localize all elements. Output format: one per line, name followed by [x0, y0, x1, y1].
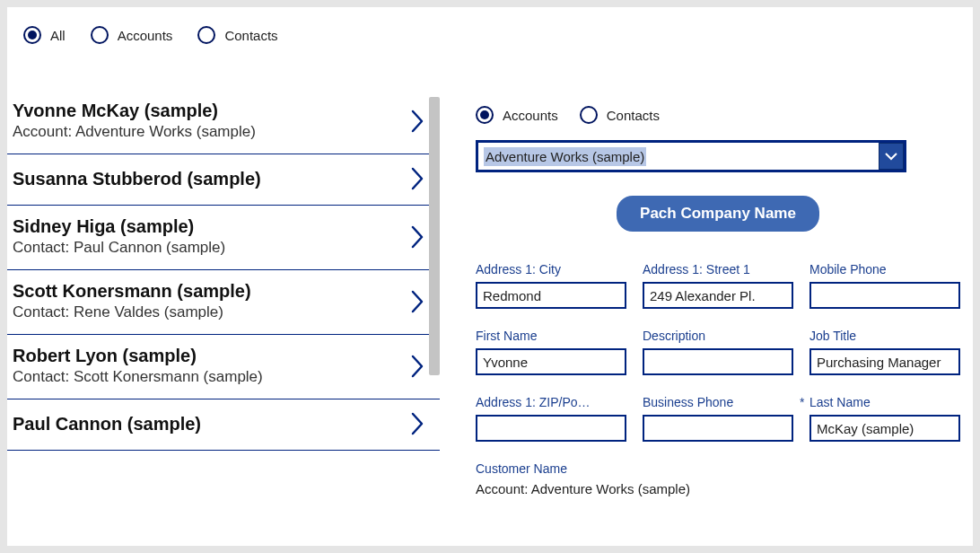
customer-name-block: Customer Name Account: Adventure Works (…	[476, 461, 960, 496]
list-item-title: Scott Konersmann (sample)	[13, 281, 251, 302]
radio-label: Accounts	[118, 28, 173, 43]
detail-filter-bar: AccountsContacts	[476, 106, 960, 124]
field-4: Description	[643, 329, 793, 375]
chevron-right-icon	[409, 108, 425, 135]
list-item-sub: Contact: Paul Cannon (sample)	[13, 239, 225, 257]
radio-label: Contacts	[607, 108, 660, 123]
radio-icon	[476, 106, 494, 124]
list-item[interactable]: Robert Lyon (sample)Contact: Scott Koner…	[7, 335, 440, 399]
field-input[interactable]	[809, 415, 960, 442]
field-6: Address 1: ZIP/Po…	[476, 395, 626, 442]
field-label: Business Phone	[643, 395, 793, 409]
list-item-title: Paul Cannon (sample)	[13, 414, 201, 434]
list-item-text: Robert Lyon (sample)Contact: Scott Koner…	[13, 346, 263, 386]
field-input[interactable]	[476, 348, 626, 375]
app-frame: AllAccountsContacts Yvonne McKay (sample…	[7, 7, 973, 546]
list-item-title: Sidney Higa (sample)	[13, 216, 225, 237]
list-item[interactable]: Sidney Higa (sample)Contact: Paul Cannon…	[7, 206, 440, 270]
account-combobox-value: Adventure Works (sample)	[478, 143, 879, 170]
list-item-text: Susanna Stubberod (sample)	[13, 169, 261, 189]
radio-label: Contacts	[224, 28, 277, 43]
customer-name-label: Customer Name	[476, 461, 960, 476]
patch-company-name-button[interactable]: Pach Company Name	[617, 196, 819, 232]
chevron-right-icon	[409, 165, 425, 192]
list-item-sub: Account: Adventure Works (sample)	[13, 123, 256, 141]
list-item-sub: Contact: Scott Konersmann (sample)	[13, 368, 263, 386]
field-7: Business Phone	[643, 395, 793, 442]
field-input[interactable]	[643, 348, 793, 375]
field-8: *Last Name	[809, 395, 960, 442]
radio-icon	[197, 26, 215, 44]
list-item-text: Yvonne McKay (sample)Account: Adventure …	[13, 101, 256, 141]
radio-icon	[91, 26, 109, 44]
radio-icon	[23, 26, 41, 44]
top-filter-accounts[interactable]: Accounts	[91, 26, 173, 44]
field-input[interactable]	[643, 415, 793, 442]
field-0: Address 1: City	[476, 262, 626, 309]
list-item[interactable]: Susanna Stubberod (sample)	[7, 154, 440, 206]
list-pane: Yvonne McKay (sample)Account: Adventure …	[7, 59, 440, 546]
field-label: Job Title	[809, 329, 960, 343]
top-filter-bar: AllAccountsContacts	[7, 7, 973, 59]
field-1: Address 1: Street 1	[643, 262, 793, 309]
chevron-down-icon[interactable]	[879, 143, 904, 170]
field-input[interactable]	[809, 282, 960, 309]
detail-filter-accounts[interactable]: Accounts	[476, 106, 558, 124]
field-input[interactable]	[476, 282, 626, 309]
chevron-right-icon	[409, 288, 425, 315]
list-item[interactable]: Yvonne McKay (sample)Account: Adventure …	[7, 95, 440, 154]
field-input[interactable]	[809, 348, 960, 375]
field-3: First Name	[476, 329, 626, 375]
field-label: Mobile Phone	[809, 262, 960, 276]
field-5: Job Title	[809, 329, 960, 375]
list-item[interactable]: Paul Cannon (sample)	[7, 399, 440, 451]
top-filter-all[interactable]: All	[23, 26, 66, 44]
detail-filter-contacts[interactable]: Contacts	[580, 106, 660, 124]
field-label: Address 1: City	[476, 262, 626, 276]
record-list: Yvonne McKay (sample)Account: Adventure …	[7, 95, 440, 451]
chevron-right-icon	[409, 410, 425, 437]
field-2: Mobile Phone	[809, 262, 960, 309]
scrollbar-thumb[interactable]	[429, 97, 440, 375]
field-label: Address 1: Street 1	[643, 262, 793, 276]
list-item-sub: Contact: Rene Valdes (sample)	[13, 303, 251, 321]
field-input[interactable]	[476, 415, 626, 442]
customer-name-value: Account: Adventure Works (sample)	[476, 481, 960, 496]
list-item-title: Yvonne McKay (sample)	[13, 101, 256, 121]
field-label: Address 1: ZIP/Po…	[476, 395, 626, 409]
field-label: First Name	[476, 329, 626, 343]
radio-label: Accounts	[503, 108, 558, 123]
list-item-title: Robert Lyon (sample)	[13, 346, 263, 366]
detail-pane: AccountsContacts Adventure Works (sample…	[440, 59, 973, 546]
field-label: Description	[643, 329, 793, 343]
chevron-right-icon	[409, 224, 425, 250]
list-item-title: Susanna Stubberod (sample)	[13, 169, 261, 189]
chevron-right-icon	[409, 353, 425, 380]
list-item-text: Paul Cannon (sample)	[13, 414, 201, 434]
fields-grid: Address 1: CityAddress 1: Street 1Mobile…	[476, 262, 960, 442]
field-input[interactable]	[643, 282, 793, 309]
list-item-text: Sidney Higa (sample)Contact: Paul Cannon…	[13, 216, 225, 257]
top-filter-contacts[interactable]: Contacts	[197, 26, 277, 44]
required-marker: *	[800, 395, 804, 409]
list-item-text: Scott Konersmann (sample)Contact: Rene V…	[13, 281, 251, 321]
columns: Yvonne McKay (sample)Account: Adventure …	[7, 59, 973, 546]
list-item[interactable]: Scott Konersmann (sample)Contact: Rene V…	[7, 270, 440, 335]
radio-label: All	[50, 28, 66, 43]
field-label: Last Name	[809, 395, 960, 409]
radio-icon	[580, 106, 598, 124]
account-combobox[interactable]: Adventure Works (sample)	[476, 140, 906, 172]
